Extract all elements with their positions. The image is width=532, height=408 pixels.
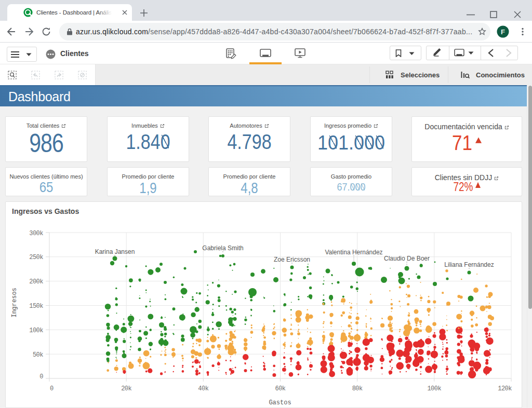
svg-text:Karina Jansen: Karina Jansen [95, 248, 135, 255]
svg-text:100k: 100k [29, 327, 43, 334]
svg-text:0: 0 [50, 385, 54, 392]
svg-text:120k: 120k [498, 385, 512, 392]
svg-text:F: F [501, 28, 505, 36]
svg-text:250k: 250k [29, 254, 43, 261]
svg-text:60k: 60k [275, 385, 285, 392]
svg-text:300k: 300k [29, 230, 43, 237]
svg-text:Claudio De Boer: Claudio De Boer [384, 255, 430, 262]
svg-text:100k: 100k [427, 385, 441, 392]
svg-text:Ingresos: Ingresos [11, 288, 18, 318]
svg-text:20k: 20k [121, 385, 131, 392]
svg-text:Liliana Fernández: Liliana Fernández [444, 261, 494, 268]
svg-text:200k: 200k [29, 278, 43, 285]
svg-text:Gabriela Smith: Gabriela Smith [202, 244, 243, 252]
svg-text:0: 0 [39, 373, 43, 380]
svg-text:150k: 150k [29, 303, 43, 310]
svg-text:Gastos: Gastos [269, 399, 291, 406]
svg-text:Valentina Hernández: Valentina Hernández [325, 249, 382, 256]
svg-text:40k: 40k [198, 385, 208, 392]
svg-text:Zoe Ericsson: Zoe Ericsson [274, 256, 310, 263]
svg-text:80k: 80k [352, 385, 363, 392]
svg-text:50k: 50k [33, 351, 43, 359]
